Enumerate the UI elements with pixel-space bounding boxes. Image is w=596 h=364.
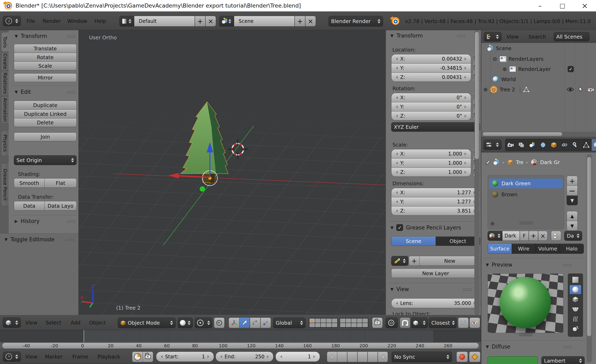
unlink-material-button[interactable]: × [538,231,548,241]
panel-drag-handle[interactable] [67,35,76,38]
gp-source-scene-button[interactable]: Scene [391,236,436,246]
layers-widget-group1[interactable] [309,318,338,328]
manipulate-center-points-button[interactable] [214,318,224,328]
outliner-row-renderlayers[interactable]: ⊖ RenderLayers [481,54,564,64]
tab-material-icon-active[interactable] [592,139,596,151]
data-link-dropdown[interactable]: Da [564,231,582,241]
y-manipulator-handle[interactable] [200,186,205,192]
properties-scrollbar-thumb[interactable] [587,157,591,336]
material-specials-dropdown[interactable]: ▼ [567,195,578,205]
panel-drag-handle[interactable] [563,345,572,348]
scene-name-field[interactable]: Scene [234,16,295,27]
x-manipulator-head-icon[interactable] [168,173,179,178]
screen-layout-name-field[interactable]: Default [134,16,195,27]
renderlayer-enable-checkbox[interactable] [568,66,574,72]
expand-icon[interactable]: ⊕ [483,86,488,93]
scale-y-field[interactable]: Y:1.000 [391,158,471,168]
preview-flat-button[interactable] [570,275,581,284]
data-transfer-data-button[interactable]: Data [14,201,45,210]
tab-object-data-icon[interactable] [581,139,592,151]
panel-drag-handle[interactable] [462,288,472,291]
lock-to-scene-button[interactable] [372,318,383,328]
panel-drag-handle[interactable] [67,220,76,223]
lens-field[interactable]: Lens:35.000 [391,298,480,308]
shade-flat-button[interactable]: Flat [45,178,77,188]
mode-dropdown[interactable]: Object Mode [118,318,176,328]
preview-sphere-button[interactable] [570,285,581,294]
manipulator-rotate-button[interactable] [250,318,261,328]
opengl-render-button[interactable] [469,318,480,328]
view3d-menu-view[interactable]: View [24,318,39,328]
tree-object[interactable] [180,102,228,183]
snap-element-dropdown[interactable] [411,318,428,328]
outliner-hscrollbar[interactable] [481,132,596,137]
type-volume-button[interactable]: Volume [536,244,560,254]
keying-set-button[interactable] [469,352,480,362]
diffuse-shader-dropdown[interactable]: Lambert [541,356,585,364]
properties-scrollbar[interactable] [587,154,592,362]
gp-new-layer-button[interactable]: New Layer [391,269,480,278]
type-halo-button[interactable]: Halo [560,244,584,254]
grease-pencil-checkbox[interactable] [396,224,403,231]
jump-to-prev-keyframe-button[interactable] [337,352,347,362]
visibility-eye-icon[interactable] [567,87,574,92]
move-slot-up-button[interactable]: ▲ [567,211,578,221]
panel-header-edit[interactable]: ▼ Edit [15,89,76,95]
dimension-y-field[interactable]: Y:1.277 [391,197,480,206]
panel-header-grease-pencil-layers[interactable]: ▼ Grease Pencil Layers [390,224,478,231]
add-screen-layout-button[interactable]: + [195,16,205,27]
panel-header-history[interactable]: ▶ History [15,218,76,224]
location-z-field[interactable]: Z:0.00431 [391,73,471,82]
area-divider[interactable] [481,30,481,364]
mirror-button[interactable]: Mirror [14,73,77,82]
selectability-cursor-icon[interactable] [579,87,583,92]
expand-icon[interactable]: ⊕ [502,66,507,72]
tab-scene-icon[interactable] [527,139,538,151]
snap-toggle-button[interactable] [400,318,410,328]
breadcrumb-material-name[interactable]: Dark Gr [540,159,560,165]
tab-object-icon[interactable] [549,139,559,151]
material-name-field[interactable]: Dark [502,231,520,241]
tab-constraints-icon[interactable] [559,139,570,151]
pin-icon[interactable] [485,160,491,165]
tab-render-layers-icon[interactable] [516,139,527,151]
editor-type-info-dropdown[interactable]: i [3,16,21,26]
renderability-camera-icon[interactable] [588,87,594,92]
show-nodes-button[interactable] [551,231,561,241]
type-wire-button[interactable]: Wire [512,244,536,254]
gp-new-button[interactable]: New [419,256,480,266]
outliner-menu-view[interactable]: View [506,32,520,41]
panel-drag-handle[interactable] [65,238,74,241]
auto-keyframe-record-button[interactable] [456,352,468,362]
list-resize-grip[interactable] [520,222,533,224]
data-transfer-layout-button[interactable]: Data Layo [45,201,77,210]
view3d-menu-add[interactable]: Add [69,318,82,328]
render-engine-dropdown[interactable]: Blender Render [328,16,383,27]
scene-icon-dropdown[interactable] [219,16,234,27]
material-browse-dropdown[interactable] [488,231,502,241]
current-frame-field[interactable]: 1 [276,352,320,362]
menu-file[interactable]: File [24,16,37,26]
material-icon[interactable] [531,159,537,165]
timeline-track[interactable] [0,330,481,342]
jump-to-next-keyframe-button[interactable] [368,352,378,362]
dimension-z-field[interactable]: Z:3.851 [391,206,480,215]
manipulator-scale-button[interactable] [261,318,271,328]
play-button[interactable] [358,352,368,362]
manipulator-translate-button[interactable] [239,318,250,328]
snap-peel-button[interactable] [458,318,469,328]
editor-type-properties-dropdown[interactable] [484,140,501,150]
rotation-mode-dropdown[interactable]: XYZ Euler [391,122,480,132]
fake-user-button[interactable]: F [520,231,529,241]
set-origin-dropdown[interactable]: Set Origin [14,155,77,165]
preview-hair-button[interactable] [570,314,581,323]
rotate-button[interactable]: Rotate [14,53,77,61]
play-reverse-button[interactable] [347,352,358,362]
delete-screen-layout-button[interactable]: × [205,16,216,27]
gp-brush-dropdown[interactable] [391,256,408,266]
preview-resize-grip[interactable] [519,334,532,336]
av-sync-dropdown[interactable]: No Sync [392,352,452,362]
tab-relations[interactable]: Relations [1,71,9,96]
location-x-field[interactable]: X:0.00432 [391,54,471,63]
preview-monkey-button[interactable] [570,305,581,314]
